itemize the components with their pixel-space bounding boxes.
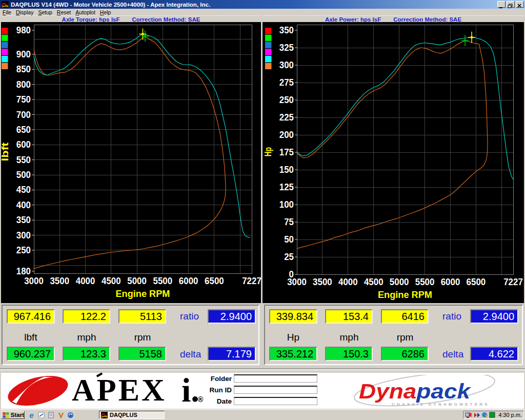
- torque-readout-panel: 967.416 122.2 5113 ratio 2.9400 lbft mph…: [2, 305, 259, 365]
- screen: { "window": { "title": "DAQPLUS V14 (4WD…: [0, 0, 525, 420]
- svg-text:350: 350: [16, 215, 31, 225]
- svg-text:980: 980: [16, 25, 31, 35]
- svg-text:225: 225: [279, 112, 294, 123]
- svg-text:350: 350: [279, 25, 294, 35]
- network-offline-tray-icon[interactable]: [465, 412, 473, 418]
- menu-help[interactable]: Help: [100, 9, 111, 15]
- outlook-quicklaunch-icon[interactable]: [37, 411, 46, 419]
- torque-chart-title: Axle Torque: hps IsF: [62, 16, 120, 23]
- restore-button[interactable]: [507, 1, 515, 8]
- svg-text:300: 300: [16, 230, 31, 241]
- menu-bar: FileDisplaySetupResetAutoplotHelp: [0, 9, 525, 15]
- menu-reset[interactable]: Reset: [57, 9, 71, 15]
- mph-unit-label: mph: [326, 332, 373, 343]
- footer-band: APEX i. ® Folder Run ID Date Dynapack CH…: [1, 373, 524, 409]
- dynapack-subtitle: CHASSIS DYNAMOMETERS: [392, 402, 490, 407]
- menu-display[interactable]: Display: [16, 9, 33, 15]
- svg-text:3000: 3000: [287, 277, 307, 287]
- title-bar: DAQPLUS V14 (4WD - Motor Vehicle 2500+40…: [0, 0, 525, 9]
- update-tray-icon[interactable]: [481, 412, 488, 418]
- svg-text:275: 275: [279, 77, 294, 88]
- svg-text:4500: 4500: [364, 277, 383, 287]
- svg-text:450: 450: [16, 185, 31, 195]
- power-cursor-rpm: 6416: [381, 309, 429, 324]
- svg-text:4000: 4000: [338, 277, 358, 287]
- menu-autoplot[interactable]: Autoplot: [75, 9, 95, 15]
- dynapack-pack: pack: [416, 379, 470, 403]
- power-cursor2-value: 335.212: [269, 347, 317, 361]
- svg-text:5500: 5500: [415, 277, 435, 287]
- media-quicklaunch-icon[interactable]: [56, 411, 65, 419]
- svg-text:650: 650: [16, 125, 31, 135]
- ie-quicklaunch-icon[interactable]: e: [27, 411, 36, 419]
- svg-text:3500: 3500: [50, 276, 69, 286]
- task-button-label: DAQPLUS: [110, 412, 137, 418]
- svg-text:700: 700: [16, 110, 31, 120]
- torque-cursor2-value: 960.237: [7, 347, 55, 361]
- arrows-tray-icon[interactable]: [474, 412, 480, 418]
- power-cursor-mph: 153.4: [325, 309, 373, 324]
- svg-text:400: 400: [16, 200, 31, 210]
- svg-text:175: 175: [279, 147, 294, 157]
- apex-wordmark: APEX: [72, 372, 167, 408]
- torque-delta-value: 7.179: [208, 347, 256, 361]
- svg-text:4500: 4500: [102, 276, 121, 286]
- svg-text:50: 50: [284, 234, 294, 245]
- status-tray-icon[interactable]: [489, 412, 495, 418]
- svg-text:25: 25: [284, 252, 294, 262]
- power-chart-header: Axle Power: hps IsF Correction Method: S…: [262, 15, 524, 23]
- runid-input[interactable]: [234, 386, 317, 394]
- menu-setup[interactable]: Setup: [38, 9, 52, 15]
- torque-cursor2-mph: 123.3: [63, 347, 110, 361]
- document-quicklaunch-icon[interactable]: [47, 411, 55, 419]
- power-chart-title: Axle Power: hps IsF: [325, 16, 381, 23]
- rpm-unit-label: rpm: [381, 332, 429, 343]
- torque-chart-plot[interactable]: 9809008508007507006506005505004504003503…: [1, 22, 261, 303]
- svg-text:6000: 6000: [179, 276, 198, 286]
- start-button[interactable]: Start: [1, 411, 25, 419]
- svg-text:500: 500: [16, 170, 31, 180]
- minimize-button[interactable]: [497, 1, 506, 8]
- messenger-quicklaunch-icon[interactable]: [66, 411, 75, 419]
- svg-text:300: 300: [279, 60, 294, 70]
- taskbar-clock: 4:30 p.m.: [498, 412, 522, 418]
- svg-text:Engine RPM: Engine RPM: [116, 288, 170, 299]
- svg-text:75: 75: [284, 217, 294, 227]
- dynapack-dyna: Dyna: [359, 379, 416, 403]
- date-input[interactable]: [234, 397, 317, 405]
- torque-ratio-value: 2.9400: [208, 309, 256, 324]
- power-chart-panel: Axle Power: hps IsF Correction Method: S…: [262, 15, 524, 303]
- ratio-label: ratio: [442, 311, 461, 322]
- folder-input[interactable]: [234, 374, 317, 383]
- torque-cursor-mph: 122.2: [63, 309, 110, 324]
- windows-logo-icon: [3, 412, 9, 418]
- svg-text:5000: 5000: [127, 276, 147, 286]
- power-cursor2-rpm: 6286: [381, 347, 429, 361]
- power-cursor-value: 339.834: [269, 309, 317, 324]
- close-button[interactable]: [516, 1, 524, 8]
- svg-text:7227: 7227: [503, 277, 523, 287]
- svg-text:4000: 4000: [76, 276, 95, 286]
- svg-text:3000: 3000: [24, 276, 44, 286]
- svg-text:Hp: Hp: [263, 147, 273, 156]
- window-title: DAQPLUS V14 (4WD - Motor Vehicle 2500+40…: [11, 2, 210, 8]
- power-delta-value: 4.622: [470, 347, 518, 361]
- delta-label: delta: [180, 349, 201, 360]
- app-icon: [2, 1, 9, 8]
- power-cursor2-mph: 150.3: [325, 347, 373, 361]
- folder-label: Folder: [193, 375, 232, 383]
- start-label: Start: [11, 412, 24, 418]
- delta-label: delta: [442, 349, 463, 360]
- runid-label: Run ID: [193, 386, 232, 394]
- svg-text:180: 180: [16, 266, 31, 276]
- power-chart-plot[interactable]: 3503253002752502252001751501251007550250…: [262, 22, 524, 303]
- menu-file[interactable]: File: [3, 9, 11, 15]
- taskbar-daqplus-button[interactable]: DAQPLUS: [99, 411, 165, 419]
- torque-chart-header: Axle Torque: hps IsF Correction Method: …: [1, 15, 261, 23]
- svg-text:6500: 6500: [205, 276, 224, 286]
- svg-text:150: 150: [279, 165, 294, 175]
- ratio-label: ratio: [180, 311, 199, 322]
- svg-text:850: 850: [16, 64, 31, 74]
- svg-text:3500: 3500: [313, 277, 332, 287]
- svg-text:250: 250: [279, 95, 294, 105]
